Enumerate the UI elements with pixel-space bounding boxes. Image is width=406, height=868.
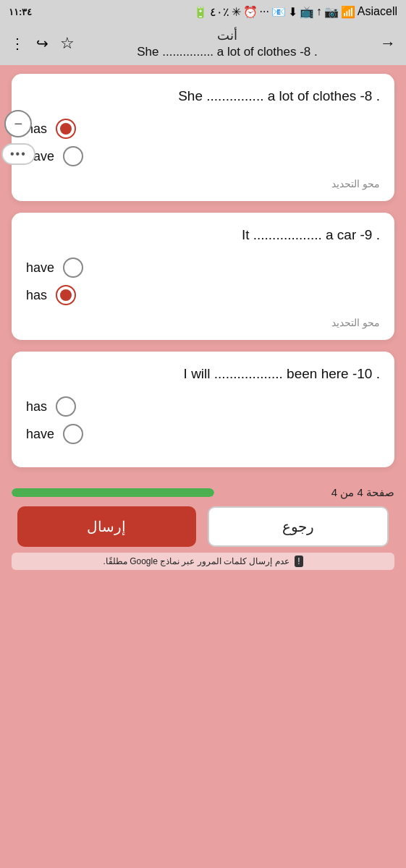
status-icons: 🔋 ٤٠٪ ✳ ⏰ ··· 📧 ⬇ 📺 ↑ 📷 📶 Asiacell — [193, 5, 397, 19]
options-list-9: have has — [26, 258, 380, 305]
radio-9-have[interactable] — [63, 258, 83, 278]
progress-bar-container — [12, 488, 214, 497]
nav-arrow-right[interactable]: → — [380, 34, 396, 53]
progress-bar-fill — [12, 488, 214, 497]
radio-8-have[interactable] — [63, 146, 83, 166]
disclaimer-text: عدم إرسال كلمات المرور عبر نماذج Google … — [103, 556, 289, 566]
option-row-10-have[interactable]: have — [26, 424, 380, 444]
question-header: . She ............... a lot of clothes -… — [75, 45, 380, 59]
wifi-icon: 📶 — [341, 5, 355, 19]
main-content: − ••• . She ............... a lot of clo… — [0, 65, 406, 479]
alarm-icon: ⏰ — [243, 5, 258, 19]
options-list-10: has have — [26, 396, 380, 444]
top-nav-center: أنت . She ............... a lot of cloth… — [75, 27, 380, 59]
bluetooth-icon: ✳ — [232, 5, 241, 19]
option-label-9-has: has — [26, 288, 47, 303]
question-text-10: . I will .................. been here -1… — [26, 366, 380, 382]
option-row-8-have[interactable]: have — [26, 146, 380, 166]
clear-selection-9[interactable]: محو التحديد — [26, 317, 380, 328]
option-row-10-has[interactable]: has — [26, 396, 380, 417]
action-buttons: إرسال رجوع — [12, 506, 394, 547]
top-nav: ⋮ ↪ ☆ أنت . She ............... a lot of… — [0, 23, 406, 65]
mail-icon: 📧 — [271, 5, 286, 19]
submit-button[interactable]: إرسال — [17, 506, 196, 547]
option-label-10-have: have — [26, 427, 54, 442]
minus-button-8[interactable]: − — [4, 110, 32, 137]
dots-button-8[interactable]: ••• — [1, 143, 35, 165]
share-icon[interactable]: ↪ — [36, 35, 48, 52]
star-icon[interactable]: ☆ — [60, 34, 75, 53]
dots-icon: ··· — [260, 5, 269, 18]
arrow-up-icon: ↑ — [316, 5, 322, 18]
top-nav-left: ⋮ ↪ ☆ — [10, 34, 75, 53]
back-button[interactable]: رجوع — [208, 506, 389, 547]
battery-percent: ٤٠٪ — [210, 5, 229, 19]
card-8-control: − ••• — [1, 110, 35, 165]
battery-icon: 🔋 — [193, 5, 208, 19]
question-text-9: . It .................. a car -9 — [26, 227, 380, 243]
clear-selection-8[interactable]: محو التحديد — [26, 178, 380, 190]
page-label: صفحة 4 من 4 — [331, 486, 394, 499]
arabic-title: أنت — [75, 27, 380, 43]
option-row-8-has[interactable]: has — [26, 119, 380, 139]
bottom-bar: صفحة 4 من 4 إرسال رجوع ! عدم إرسال كلمات… — [0, 479, 406, 574]
page-info-row: صفحة 4 من 4 — [12, 486, 394, 499]
radio-8-has[interactable] — [56, 119, 76, 139]
question-card-9: . It .................. a car -9 have ha… — [12, 213, 394, 340]
camera-icon: 📷 — [324, 5, 339, 19]
options-list-8: has have — [26, 119, 380, 166]
disclaimer: ! عدم إرسال كلمات المرور عبر نماذج Googl… — [12, 553, 394, 570]
option-row-9-has[interactable]: has — [26, 285, 380, 305]
option-row-9-have[interactable]: have — [26, 258, 380, 278]
hd-icon: 📺 — [300, 5, 314, 19]
question-text-8: . She ............... a lot of clothes -… — [26, 88, 380, 104]
download-icon: ⬇ — [288, 5, 297, 19]
option-label-9-have: have — [26, 260, 54, 276]
status-time: ١١:٣٤ — [9, 7, 32, 17]
radio-10-has[interactable] — [56, 396, 76, 417]
status-bar: ١١:٣٤ 🔋 ٤٠٪ ✳ ⏰ ··· 📧 ⬇ 📺 ↑ 📷 📶 Asiacell — [0, 0, 406, 23]
radio-10-have[interactable] — [63, 424, 83, 444]
option-label-10-has: has — [26, 399, 47, 414]
carrier-label: Asiacell — [358, 5, 397, 18]
exclaim-icon: ! — [295, 556, 303, 567]
radio-9-has[interactable] — [56, 285, 76, 305]
question-card-8: − ••• . She ............... a lot of clo… — [12, 74, 394, 201]
question-card-10: . I will .................. been here -1… — [12, 352, 394, 467]
more-options-icon[interactable]: ⋮ — [10, 35, 25, 52]
